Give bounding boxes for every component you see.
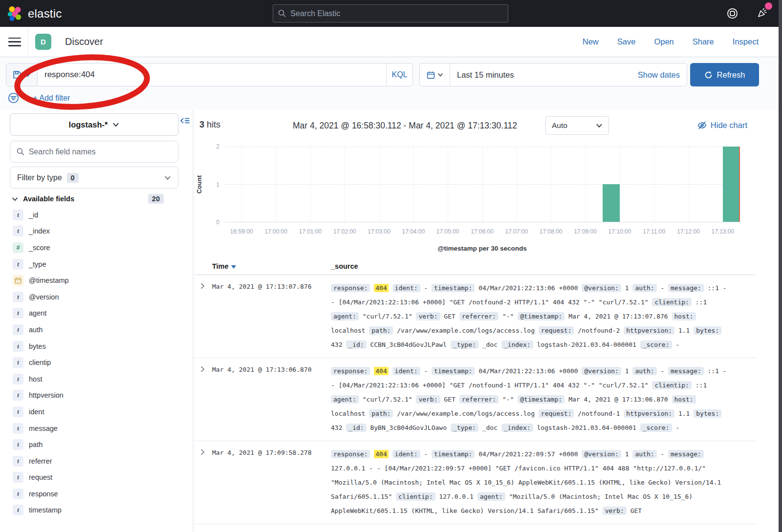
field-item-@version[interactable]: t@version bbox=[0, 289, 193, 305]
field-name: @timestamp bbox=[29, 277, 69, 284]
text-field-type-icon: t bbox=[13, 439, 23, 450]
index-pattern-select[interactable]: logstash-* bbox=[10, 113, 178, 136]
field-item-message[interactable]: tmessage bbox=[0, 420, 193, 437]
text-field-type-icon: t bbox=[13, 456, 23, 467]
text-field-type-icon: t bbox=[13, 324, 23, 335]
field-item-host[interactable]: thost bbox=[0, 371, 193, 387]
field-item-auth[interactable]: tauth bbox=[0, 321, 193, 338]
field-item-agent[interactable]: tagent bbox=[0, 305, 193, 322]
source-value: "curl/7.52.1" bbox=[363, 396, 413, 403]
expand-doc-icon[interactable] bbox=[199, 282, 206, 292]
field-item-clientip[interactable]: tclientip bbox=[0, 354, 193, 371]
share-button[interactable]: Share bbox=[693, 37, 714, 46]
source-field-badge: host: bbox=[672, 395, 696, 404]
query-language-button[interactable]: KQL bbox=[386, 64, 413, 86]
field-search-box[interactable] bbox=[10, 141, 178, 163]
global-search-box[interactable] bbox=[273, 4, 508, 22]
field-item-bytes[interactable]: tbytes bbox=[0, 338, 193, 355]
source-value: ::1 bbox=[695, 382, 707, 389]
filter-separator: – bbox=[24, 94, 28, 102]
field-name: @version bbox=[29, 293, 59, 301]
global-search-input[interactable] bbox=[290, 9, 503, 18]
time-column-header[interactable]: Time bbox=[212, 262, 236, 270]
date-quick-select-button[interactable] bbox=[420, 64, 450, 86]
field-name: clientip bbox=[29, 359, 51, 366]
text-field-type-icon: t bbox=[13, 259, 23, 270]
source-value: 1.1 bbox=[678, 327, 690, 334]
field-item-_index[interactable]: t_index bbox=[0, 223, 193, 240]
histogram-bar-17:13:00[interactable] bbox=[723, 147, 740, 222]
add-filter-button[interactable]: + Add filter bbox=[33, 94, 70, 103]
save-button[interactable]: Save bbox=[617, 37, 636, 46]
refresh-button[interactable]: Refresh bbox=[690, 63, 759, 86]
x-tick-label: 17:11:00 bbox=[643, 228, 665, 235]
source-value: - bbox=[424, 284, 428, 292]
inspect-button[interactable]: Inspect bbox=[733, 37, 759, 46]
expand-doc-icon[interactable] bbox=[199, 365, 206, 375]
y-tick-label: 0 bbox=[200, 219, 219, 226]
hits-count: 3 hits bbox=[199, 120, 220, 130]
show-dates-button[interactable]: Show dates bbox=[638, 70, 687, 80]
field-name: path bbox=[29, 441, 43, 448]
source-value: 04/Mar/2021:22:09:57 +0000 bbox=[478, 450, 578, 458]
field-item-ident[interactable]: tident bbox=[0, 404, 193, 420]
available-fields-toggle[interactable]: Available fields 20 bbox=[12, 194, 178, 204]
source-value: 04/Mar/2021:22:13:06 +0000 bbox=[478, 284, 578, 292]
field-item-@timestamp[interactable]: @timestamp bbox=[0, 272, 193, 289]
query-input[interactable] bbox=[38, 70, 386, 80]
open-button[interactable]: Open bbox=[654, 37, 673, 46]
source-value: 1.1 bbox=[678, 410, 690, 417]
hide-chart-button[interactable]: Hide chart bbox=[697, 121, 747, 130]
field-item-request[interactable]: trequest bbox=[0, 469, 193, 486]
source-value-highlight: 404 bbox=[374, 450, 388, 458]
field-item-_type[interactable]: t_type bbox=[0, 256, 193, 273]
source-value: GET bbox=[444, 396, 455, 403]
menu-icon[interactable] bbox=[8, 38, 21, 46]
field-name: _id bbox=[29, 211, 38, 219]
field-item-path[interactable]: tpath bbox=[0, 436, 193, 453]
number-field-type-icon: # bbox=[13, 242, 23, 253]
field-item-_id[interactable]: t_id bbox=[0, 207, 193, 223]
help-icon[interactable] bbox=[727, 8, 738, 19]
field-name: _type bbox=[29, 260, 46, 268]
saved-query-menu-button[interactable] bbox=[6, 64, 38, 86]
source-value: localhost bbox=[331, 327, 365, 334]
collapse-fields-icon[interactable] bbox=[180, 116, 190, 126]
source-field-badge: @version: bbox=[582, 367, 621, 375]
horizontal-gridline bbox=[224, 184, 740, 185]
elastic-logo[interactable]: elastic bbox=[0, 6, 62, 21]
source-value: Mar 4, 2021 @ 17:13:06.870 bbox=[568, 396, 668, 403]
app-header: D Discover New Save Open Share Inspect bbox=[0, 27, 782, 57]
refresh-icon bbox=[704, 71, 713, 79]
elastic-logo-icon bbox=[7, 6, 23, 21]
field-item-httpversion[interactable]: thttpversion bbox=[0, 387, 193, 404]
source-field-badge: auth: bbox=[632, 284, 656, 292]
histogram-bar-17:09:30[interactable] bbox=[603, 184, 620, 222]
time-range-value[interactable]: Last 15 minutes bbox=[450, 70, 638, 80]
interval-select[interactable]: Auto bbox=[545, 116, 609, 135]
source-field-badge: response: bbox=[331, 284, 370, 292]
source-field-badge: auth: bbox=[632, 450, 656, 458]
chart-time-range-title: Mar 4, 2021 @ 16:58:30.112 - Mar 4, 2021… bbox=[293, 121, 517, 131]
field-name: httpversion bbox=[29, 391, 64, 399]
discover-app-badge[interactable]: D bbox=[35, 34, 51, 50]
field-item-timestamp[interactable]: ttimestamp bbox=[0, 502, 193, 519]
doc-row: Mar 4, 2021 @ 17:13:07.876response: 404 … bbox=[194, 275, 756, 358]
expand-doc-icon[interactable] bbox=[199, 448, 206, 458]
doc-time: Mar 4, 2021 @ 17:13:07.876 bbox=[212, 283, 312, 290]
source-field-badge: @timestamp: bbox=[518, 395, 565, 404]
new-button[interactable]: New bbox=[583, 37, 599, 46]
field-item-referrer[interactable]: treferrer bbox=[0, 453, 193, 469]
source-field-badge: clientip: bbox=[652, 381, 691, 389]
source-field-badge: referrer: bbox=[459, 312, 499, 320]
type-filter-count-badge: 0 bbox=[67, 173, 79, 183]
filter-icon[interactable] bbox=[8, 92, 19, 104]
source-field-badge: verb: bbox=[416, 395, 440, 404]
page-title: Discover bbox=[65, 36, 103, 47]
page-scrollbar[interactable] bbox=[779, 0, 782, 532]
filter-by-type-select[interactable]: Filter by type 0 bbox=[10, 167, 178, 189]
brand-name: elastic bbox=[28, 7, 62, 21]
field-search-input[interactable] bbox=[29, 148, 172, 156]
field-item-response[interactable]: tresponse bbox=[0, 486, 193, 502]
field-item-_score[interactable]: #_score bbox=[0, 239, 193, 256]
